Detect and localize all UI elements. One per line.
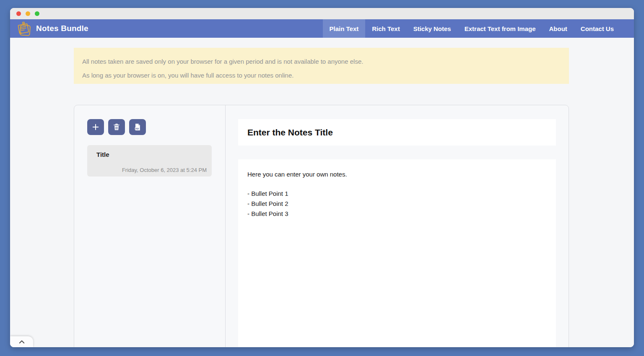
export-pdf-button[interactable]: PDF (129, 119, 146, 135)
maximize-window-button[interactable] (35, 11, 39, 16)
note-body-paragraph: Here you can enter your own notes. (247, 169, 547, 179)
notes-sidebar: PDF Title Friday, October 6, 2023 at 5:2… (74, 105, 226, 347)
page-content: All notes taken are saved only on your b… (10, 38, 634, 347)
brand[interactable]: Notes Bundle (16, 19, 88, 38)
note-body-bullet-1: - Bullet Point 1 (247, 189, 547, 199)
window-titlebar (10, 8, 634, 19)
note-item-timestamp: Friday, October 6, 2023 at 5:24 PM (122, 167, 207, 173)
notes-bundle-logo-icon (16, 21, 32, 37)
nav-tab-about[interactable]: About (542, 19, 574, 38)
nav-tab-plain-text[interactable]: Plain Text (323, 19, 366, 38)
notice-line-2: As long as your browser is on, you will … (82, 68, 561, 82)
app-navbar: Notes Bundle Plain Text Rich Text Sticky… (10, 19, 634, 38)
main-navigation: Plain Text Rich Text Sticky Notes Extrac… (323, 19, 621, 38)
pdf-file-icon: PDF (133, 123, 142, 131)
note-body-bullet-3: - Bullet Point 3 (247, 209, 547, 219)
notice-line-1: All notes taken are saved only on your b… (82, 55, 561, 68)
notes-panel: PDF Title Friday, October 6, 2023 at 5:2… (74, 105, 569, 347)
note-body-input[interactable]: Here you can enter your own notes. - Bul… (238, 159, 556, 347)
close-window-button[interactable] (16, 11, 21, 16)
add-note-button[interactable] (87, 119, 104, 135)
plus-icon (91, 123, 100, 131)
note-title-input[interactable]: Enter the Notes Title (238, 119, 556, 146)
trash-icon (112, 123, 121, 131)
nav-tab-sticky-notes[interactable]: Sticky Notes (407, 19, 458, 38)
privacy-notice-banner: All notes taken are saved only on your b… (74, 48, 569, 84)
notes-toolbar: PDF (87, 119, 212, 135)
note-list-item[interactable]: Title Friday, October 6, 2023 at 5:24 PM (87, 145, 212, 177)
delete-note-button[interactable] (108, 119, 125, 135)
note-body-blank-line (247, 179, 547, 189)
nav-tab-extract-text-from-image[interactable]: Extract Text from Image (458, 19, 543, 38)
note-editor: Enter the Notes Title Here you can enter… (226, 105, 569, 347)
note-body-bullet-2: - Bullet Point 2 (247, 199, 547, 209)
brand-title: Notes Bundle (36, 24, 88, 33)
note-item-title: Title (96, 151, 207, 158)
desktop-background: Notes Bundle Plain Text Rich Text Sticky… (0, 0, 644, 356)
browser-window: Notes Bundle Plain Text Rich Text Sticky… (10, 8, 634, 347)
svg-text:PDF: PDF (135, 128, 139, 130)
nav-tab-contact-us[interactable]: Contact Us (574, 19, 621, 38)
scroll-to-top-button[interactable] (10, 336, 33, 347)
minimize-window-button[interactable] (26, 11, 30, 16)
note-title-text: Enter the Notes Title (247, 127, 333, 138)
nav-tab-rich-text[interactable]: Rich Text (365, 19, 406, 38)
chevron-up-icon (18, 339, 26, 345)
